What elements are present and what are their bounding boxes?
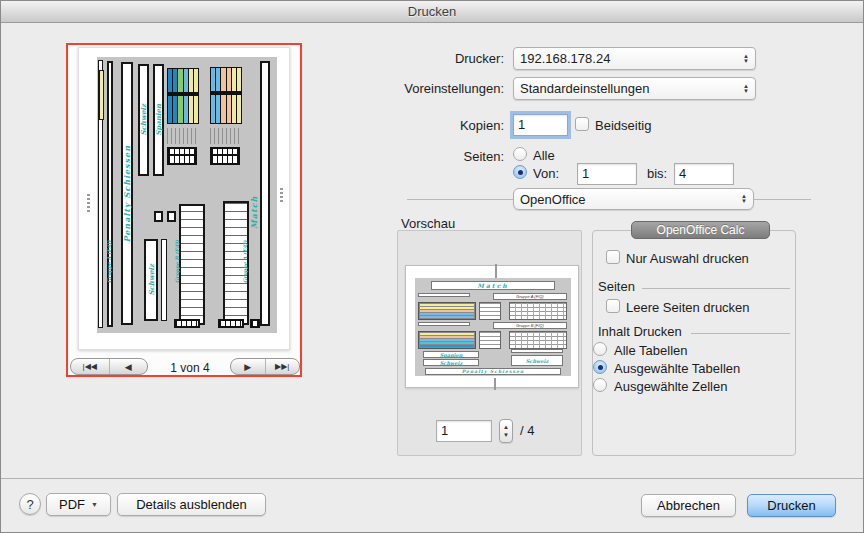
page-to-input[interactable]: 4 xyxy=(674,163,734,185)
pages-range-radio[interactable] xyxy=(513,165,527,179)
preview-penalty-bar: Penalty Schiessen xyxy=(121,62,133,325)
preview-schweiz-bottom-bar: Schweiz xyxy=(144,239,158,321)
preview-nav-forward-group: ▶ ▶▶| xyxy=(230,358,300,375)
sp-teal-strip xyxy=(511,349,563,353)
all-tables-radio[interactable] xyxy=(593,342,607,356)
sp-schweiz-bar: Schweiz xyxy=(423,359,479,366)
sp-header-bar xyxy=(418,322,470,326)
pdf-menu-button[interactable]: PDF ▼ xyxy=(46,493,111,516)
preview-cell-grid xyxy=(218,319,244,328)
vorschau-page-input[interactable]: 1 xyxy=(436,420,492,442)
copies-label: Kopien: xyxy=(460,118,504,133)
color-stripe xyxy=(420,313,474,315)
color-stripe xyxy=(232,68,236,123)
print-empty-pages-label: Leere Seiten drucken xyxy=(626,300,750,315)
footer-divider xyxy=(1,478,864,479)
page-margin-text xyxy=(280,186,283,202)
calc-group-title: OpenOffice Calc xyxy=(631,221,770,239)
page-margin-text xyxy=(87,194,90,212)
color-stripe xyxy=(420,316,474,318)
color-stripe xyxy=(178,69,182,123)
sp-header-bar xyxy=(418,293,470,297)
stepper-down-icon[interactable]: ▼ xyxy=(503,431,509,439)
pages-all-radio[interactable] xyxy=(513,147,527,161)
next-page-button[interactable]: ▶ xyxy=(231,359,265,374)
color-stripe xyxy=(420,310,474,312)
pdf-label: PDF xyxy=(59,497,85,512)
vorschau-label: Vorschau xyxy=(401,216,455,231)
sp-table-b-colored xyxy=(418,331,476,349)
last-page-button[interactable]: ▶▶| xyxy=(265,359,300,374)
color-stripe xyxy=(420,307,474,309)
color-stripe xyxy=(420,333,474,335)
sp-table-b-mid xyxy=(479,331,501,349)
stepper-up-icon[interactable]: ▲ xyxy=(503,423,509,431)
preview-names-block xyxy=(210,128,242,144)
pages-group-label: Seiten xyxy=(598,279,635,294)
preview-page-content: Penalty Schiessen Schweiz Spanien xyxy=(97,57,277,333)
preview-table-bar xyxy=(107,61,113,327)
print-preview-area: Penalty Schiessen Schweiz Spanien xyxy=(66,43,302,377)
cancel-button[interactable]: Abbrechen xyxy=(641,494,736,517)
help-button[interactable]: ? xyxy=(19,493,41,515)
sp-penalty-bar: Penalty Schiessen xyxy=(425,368,561,375)
app-options-popup[interactable]: OpenOffice ▲▼ xyxy=(513,188,754,210)
printer-label: Drucker: xyxy=(455,51,504,66)
preview-cell xyxy=(154,211,163,222)
previous-page-button[interactable]: ◀ xyxy=(109,359,148,374)
print-button[interactable]: Drucken xyxy=(747,494,836,517)
sp-group-b-header: Gruppe B (F/Q) xyxy=(493,322,567,329)
hide-details-button[interactable]: Details ausblenden xyxy=(117,493,266,516)
presets-value: Standardeinstellungen xyxy=(520,81,739,96)
dialog-title: Drucken xyxy=(408,4,456,19)
content-group-label: Inhalt Drucken xyxy=(598,324,682,339)
selected-cells-radio[interactable] xyxy=(593,378,607,392)
presets-popup[interactable]: Standardeinstellungen ▲▼ xyxy=(513,77,756,100)
color-stripe xyxy=(420,339,474,341)
sp-match-bar: Match xyxy=(431,281,555,290)
copies-input[interactable]: 1 xyxy=(513,114,568,136)
pages-to-label: bis: xyxy=(647,166,667,181)
first-page-button[interactable]: |◀◀ xyxy=(71,359,109,374)
preview-cell-grid xyxy=(174,319,200,328)
preview-thin-bar xyxy=(161,239,167,321)
match-label: Match xyxy=(249,165,259,229)
color-stripe xyxy=(184,69,188,123)
print-selection-checkbox[interactable] xyxy=(606,250,620,264)
sp-table-a-mid xyxy=(479,302,501,320)
selected-tables-radio[interactable] xyxy=(593,360,607,374)
penalty-label: Penalty Schiessen xyxy=(122,145,132,243)
preview-table-divider xyxy=(167,92,199,96)
vorschau-page-stepper[interactable]: ▲ ▼ xyxy=(499,419,513,443)
spanien-label: Spanien xyxy=(154,104,163,136)
group-b-label: Gruppe B (F/Q) xyxy=(174,219,180,283)
schweiz-label: Schweiz xyxy=(139,104,148,136)
color-stripe xyxy=(227,68,231,123)
group-a-label: Gruppe A (F/Q) xyxy=(106,219,112,283)
color-stripe xyxy=(211,68,215,123)
page-from-input[interactable]: 1 xyxy=(577,163,637,185)
sp-table-a-colored xyxy=(418,302,476,320)
printer-value: 192.168.178.24 xyxy=(520,51,739,66)
vorschau-page-total: / 4 xyxy=(520,423,534,438)
match-label: Match xyxy=(477,282,508,289)
color-stripe xyxy=(189,69,193,123)
preview-schweiz-bar: Schweiz xyxy=(138,64,149,176)
print-empty-pages-checkbox[interactable] xyxy=(606,299,620,313)
printer-popup[interactable]: 192.168.178.24 ▲▼ xyxy=(513,47,756,70)
presets-label: Voreinstellungen: xyxy=(404,81,504,96)
color-stripe xyxy=(194,69,198,123)
group-divider xyxy=(691,333,790,334)
duplex-checkbox[interactable] xyxy=(575,117,589,131)
print-selection-label: Nur Auswahl drucken xyxy=(626,251,749,266)
preview-yellow-bar xyxy=(99,70,104,120)
penalty-label: Penalty Schiessen xyxy=(462,369,524,374)
preview-cell-grid xyxy=(167,147,197,165)
schweiz-label: Schweiz xyxy=(440,360,463,366)
color-stripe xyxy=(420,345,474,347)
chevron-down-icon: ▼ xyxy=(91,501,98,508)
sp-table-a-right xyxy=(509,302,567,320)
color-stripe xyxy=(420,342,474,344)
color-stripe xyxy=(420,304,474,306)
pages-from-label: Von: xyxy=(533,166,559,181)
